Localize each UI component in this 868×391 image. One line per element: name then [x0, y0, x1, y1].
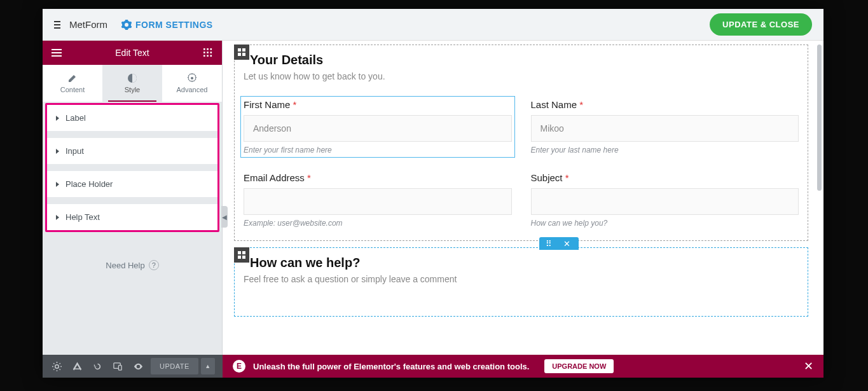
svg-rect-18: [242, 48, 245, 51]
accordion-helptext[interactable]: Help Text: [47, 204, 217, 230]
field-email[interactable]: Email Address * Example: user@website.co…: [244, 172, 512, 228]
field-last-name[interactable]: Last Name * Enter your last name here: [531, 99, 799, 154]
svg-rect-7: [207, 48, 209, 50]
need-help-label: Need Help: [106, 261, 144, 270]
svg-rect-4: [52, 52, 62, 53]
svg-point-25: [55, 364, 59, 368]
first-name-help: Enter your first name here: [244, 146, 512, 154]
settings-icon[interactable]: [48, 358, 65, 374]
field-first-name[interactable]: First Name * Enter your first name here: [240, 96, 515, 158]
history-icon[interactable]: [88, 358, 106, 374]
widgets-grid-icon[interactable]: [202, 46, 214, 59]
subject-label: Subject *: [531, 172, 799, 183]
caret-right-icon: [56, 215, 59, 220]
form-settings-label: FORM SETTINGS: [135, 20, 213, 30]
menu-icon[interactable]: [50, 46, 63, 59]
editor-sidebar: Edit Text Content Style Advanced: [43, 41, 223, 378]
svg-rect-10: [207, 51, 209, 53]
tab-content-label: Content: [60, 86, 85, 93]
section-your-details[interactable]: Your Details Let us know how to get back…: [234, 45, 808, 241]
gear-icon: [187, 73, 197, 83]
svg-rect-21: [238, 251, 241, 254]
close-promo-icon[interactable]: ✕: [804, 359, 813, 373]
style-icon: [127, 73, 137, 83]
section-how-can-we-help[interactable]: ⠿ ✕ How can we help? Feel free to ask a …: [234, 247, 808, 317]
svg-rect-17: [238, 48, 241, 51]
caret-right-icon: [56, 116, 59, 121]
form-settings-link[interactable]: FORM SETTINGS: [121, 20, 213, 30]
first-name-input[interactable]: [244, 115, 512, 142]
svg-rect-2: [54, 27, 60, 29]
accordion-input[interactable]: Input: [47, 138, 217, 164]
caret-right-icon: [56, 182, 59, 187]
collapse-sidebar-handle[interactable]: ◀: [221, 206, 228, 228]
svg-rect-19: [238, 53, 241, 56]
need-help-link[interactable]: Need Help ?: [43, 260, 222, 270]
update-dropdown[interactable]: ▲: [201, 358, 215, 374]
section1-title: Your Details: [250, 53, 799, 67]
svg-rect-13: [207, 55, 209, 57]
svg-rect-23: [238, 256, 241, 259]
style-accordion-highlight: Label Input Place Holder Help Text: [45, 103, 219, 232]
top-bar: MetForm FORM SETTINGS UPDATE & CLOSE: [43, 9, 823, 41]
accordion-input-text: Input: [65, 146, 84, 156]
email-input[interactable]: [244, 188, 512, 215]
tab-style[interactable]: Style: [102, 65, 162, 102]
svg-rect-9: [203, 51, 205, 53]
svg-rect-11: [210, 51, 212, 53]
svg-rect-5: [52, 55, 62, 57]
toolbar-close-icon[interactable]: ✕: [563, 239, 572, 248]
section-hover-toolbar[interactable]: ⠿ ✕: [539, 237, 579, 250]
update-close-button[interactable]: UPDATE & CLOSE: [710, 13, 812, 36]
bottom-bar-left: UPDATE ▲: [43, 355, 223, 378]
caret-right-icon: [56, 149, 59, 154]
tab-content[interactable]: Content: [43, 65, 102, 102]
first-name-label: First Name *: [244, 99, 512, 110]
bottom-bar-promo: E Unleash the full power of Elementor's …: [223, 355, 823, 378]
navigator-icon[interactable]: [68, 358, 86, 374]
sidebar-title: Edit Text: [63, 48, 202, 58]
canvas: Your Details Let us know how to get back…: [223, 41, 823, 378]
subject-help: How can we help you?: [531, 219, 799, 228]
accordion-label-text: Label: [65, 113, 86, 123]
upgrade-now-button[interactable]: UPGRADE NOW: [544, 359, 614, 373]
svg-rect-6: [203, 48, 205, 50]
toolbar-add-icon[interactable]: ⠿: [546, 239, 555, 248]
metform-brand-label: MetForm: [69, 19, 107, 30]
svg-rect-24: [242, 256, 245, 259]
last-name-help: Enter your last name here: [531, 146, 799, 154]
bottom-bar: UPDATE ▲ E Unleash the full power of Ele…: [43, 355, 823, 378]
elementor-badge-icon: E: [233, 360, 245, 373]
section-drag-handle[interactable]: [234, 247, 249, 263]
svg-rect-1: [54, 24, 60, 25]
tab-style-label: Style: [125, 86, 140, 93]
last-name-input[interactable]: [531, 115, 799, 142]
pencil-icon: [67, 73, 78, 83]
question-icon: ?: [149, 260, 159, 270]
tab-advanced[interactable]: Advanced: [162, 65, 222, 102]
accordion-label[interactable]: Label: [47, 105, 217, 131]
preview-icon[interactable]: [129, 358, 147, 374]
update-button[interactable]: UPDATE: [151, 358, 198, 374]
accordion-placeholder-text: Place Holder: [65, 179, 113, 189]
accordion-helptext-text: Help Text: [65, 212, 100, 222]
last-name-label: Last Name *: [531, 99, 799, 110]
svg-point-16: [191, 77, 193, 79]
tab-advanced-label: Advanced: [177, 86, 208, 93]
svg-rect-0: [54, 21, 60, 22]
sidebar-header: Edit Text: [43, 41, 222, 65]
promo-text: Unleash the full power of Elementor's fe…: [253, 362, 529, 371]
subject-input[interactable]: [531, 188, 799, 215]
metform-brand: MetForm: [54, 19, 107, 30]
section1-subtitle: Let us know how to get back to you.: [244, 71, 799, 81]
svg-rect-14: [210, 55, 212, 57]
svg-rect-3: [52, 49, 62, 50]
accordion-placeholder[interactable]: Place Holder: [47, 171, 217, 197]
section2-subtitle: Feel free to ask a question or simply le…: [244, 274, 799, 284]
sidebar-tabs: Content Style Advanced: [43, 65, 222, 102]
gear-icon: [121, 20, 132, 30]
responsive-icon[interactable]: [109, 358, 127, 374]
svg-rect-8: [210, 48, 212, 50]
field-subject[interactable]: Subject * How can we help you?: [531, 172, 799, 228]
section-drag-handle[interactable]: [234, 45, 249, 60]
